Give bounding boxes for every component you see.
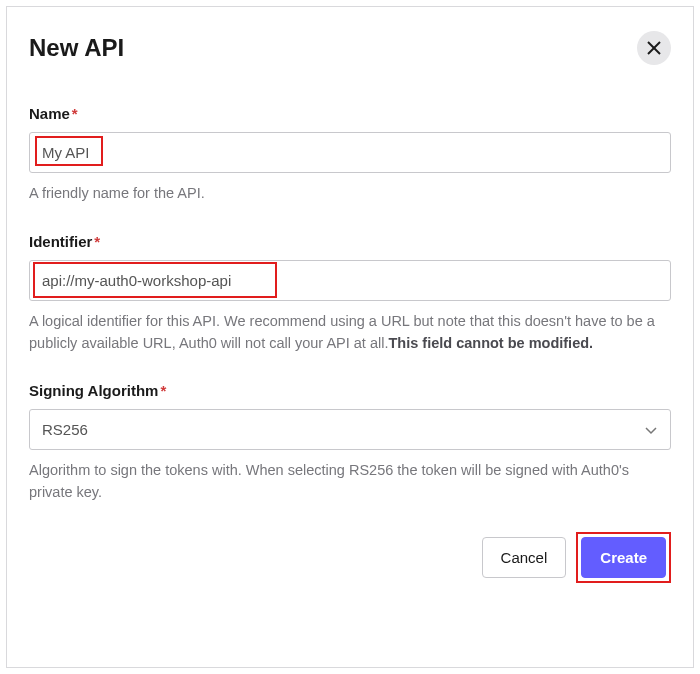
algorithm-field-group: Signing Algorithm* RS256 Algorithm to si…: [29, 382, 671, 504]
algorithm-helper-text: Algorithm to sign the tokens with. When …: [29, 460, 671, 504]
algorithm-selected-value: RS256: [42, 421, 88, 438]
required-indicator: *: [160, 382, 166, 399]
identifier-input[interactable]: [29, 260, 671, 301]
algorithm-label: Signing Algorithm*: [29, 382, 671, 399]
algorithm-select-wrap: RS256: [29, 409, 671, 450]
close-icon: [647, 41, 661, 55]
dialog-title: New API: [29, 34, 124, 62]
identifier-input-wrap: [29, 260, 671, 301]
identifier-helper-bold: This field cannot be modified.: [388, 335, 593, 351]
create-button[interactable]: Create: [581, 537, 666, 578]
name-input[interactable]: [29, 132, 671, 173]
name-input-wrap: [29, 132, 671, 173]
dialog-footer: Cancel Create: [29, 532, 671, 583]
dialog-header: New API: [29, 31, 671, 65]
name-field-group: Name* A friendly name for the API.: [29, 105, 671, 205]
name-helper-text: A friendly name for the API.: [29, 183, 671, 205]
required-indicator: *: [94, 233, 100, 250]
algorithm-select[interactable]: RS256: [29, 409, 671, 450]
identifier-label-text: Identifier: [29, 233, 92, 250]
cancel-button[interactable]: Cancel: [482, 537, 567, 578]
identifier-helper-text: A logical identifier for this API. We re…: [29, 311, 671, 355]
name-label: Name*: [29, 105, 671, 122]
required-indicator: *: [72, 105, 78, 122]
close-button[interactable]: [637, 31, 671, 65]
identifier-field-group: Identifier* A logical identifier for thi…: [29, 233, 671, 355]
create-highlight: Create: [576, 532, 671, 583]
new-api-dialog: New API Name* A friendly name for the AP…: [6, 6, 694, 668]
identifier-label: Identifier*: [29, 233, 671, 250]
algorithm-label-text: Signing Algorithm: [29, 382, 158, 399]
name-label-text: Name: [29, 105, 70, 122]
